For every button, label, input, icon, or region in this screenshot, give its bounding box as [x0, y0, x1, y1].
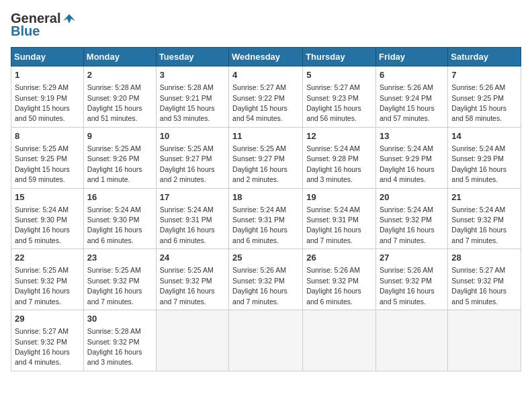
- day-info: Sunrise: 5:25 AMSunset: 9:32 PMDaylight …: [87, 266, 142, 305]
- calendar-day-cell: 25Sunrise: 5:26 AMSunset: 9:32 PMDayligh…: [229, 249, 303, 310]
- calendar-day-cell: 4Sunrise: 5:27 AMSunset: 9:22 PMDaylight…: [229, 66, 303, 128]
- day-number: 20: [380, 191, 444, 203]
- day-number: 29: [15, 313, 80, 325]
- day-info: Sunrise: 5:25 AMSunset: 9:27 PMDaylight …: [232, 144, 287, 183]
- day-info: Sunrise: 5:24 AMSunset: 9:28 PMDaylight …: [306, 144, 361, 183]
- calendar-day-cell: [229, 310, 303, 371]
- day-info: Sunrise: 5:28 AMSunset: 9:32 PMDaylight …: [87, 327, 142, 366]
- calendar-header-row: SundayMondayTuesdayWednesdayThursdayFrid…: [11, 48, 521, 66]
- day-info: Sunrise: 5:24 AMSunset: 9:29 PMDaylight …: [380, 144, 435, 183]
- day-info: Sunrise: 5:24 AMSunset: 9:29 PMDaylight …: [451, 144, 506, 183]
- day-number: 8: [15, 130, 80, 142]
- calendar-day-cell: 2Sunrise: 5:28 AMSunset: 9:20 PMDaylight…: [83, 66, 156, 128]
- calendar-day-cell: 5Sunrise: 5:27 AMSunset: 9:23 PMDaylight…: [303, 66, 376, 128]
- day-number: 4: [232, 69, 299, 81]
- day-info: Sunrise: 5:25 AMSunset: 9:26 PMDaylight …: [87, 144, 142, 183]
- calendar-week-row: 8Sunrise: 5:25 AMSunset: 9:25 PMDaylight…: [11, 127, 521, 188]
- calendar-day-cell: 7Sunrise: 5:26 AMSunset: 9:25 PMDaylight…: [448, 66, 521, 128]
- day-number: 1: [15, 69, 80, 81]
- calendar-day-cell: 10Sunrise: 5:25 AMSunset: 9:27 PMDayligh…: [156, 127, 228, 188]
- calendar-day-cell: 16Sunrise: 5:24 AMSunset: 9:30 PMDayligh…: [83, 188, 156, 249]
- calendar-day-cell: 26Sunrise: 5:26 AMSunset: 9:32 PMDayligh…: [303, 249, 376, 310]
- day-number: 18: [232, 191, 299, 203]
- day-info: Sunrise: 5:24 AMSunset: 9:32 PMDaylight …: [380, 205, 435, 244]
- day-number: 24: [160, 252, 225, 264]
- weekday-header: Friday: [376, 48, 448, 66]
- weekday-header: Wednesday: [229, 48, 303, 66]
- day-number: 6: [380, 69, 444, 81]
- day-info: Sunrise: 5:26 AMSunset: 9:24 PMDaylight …: [380, 83, 435, 122]
- calendar-day-cell: 14Sunrise: 5:24 AMSunset: 9:29 PMDayligh…: [448, 127, 521, 188]
- day-number: 26: [306, 252, 372, 264]
- calendar-day-cell: 27Sunrise: 5:26 AMSunset: 9:32 PMDayligh…: [376, 249, 448, 310]
- weekday-header: Monday: [83, 48, 156, 66]
- day-info: Sunrise: 5:27 AMSunset: 9:23 PMDaylight …: [306, 83, 361, 122]
- day-info: Sunrise: 5:24 AMSunset: 9:30 PMDaylight …: [15, 205, 70, 244]
- day-number: 13: [380, 130, 444, 142]
- day-number: 23: [87, 252, 152, 264]
- day-info: Sunrise: 5:26 AMSunset: 9:25 PMDaylight …: [451, 83, 506, 122]
- day-number: 9: [87, 130, 152, 142]
- calendar-day-cell: 1Sunrise: 5:29 AMSunset: 9:19 PMDaylight…: [11, 66, 84, 128]
- calendar-week-row: 15Sunrise: 5:24 AMSunset: 9:30 PMDayligh…: [11, 188, 521, 249]
- calendar-day-cell: [448, 310, 521, 371]
- day-number: 16: [87, 191, 152, 203]
- day-info: Sunrise: 5:27 AMSunset: 9:22 PMDaylight …: [232, 83, 287, 122]
- day-info: Sunrise: 5:25 AMSunset: 9:32 PMDaylight …: [160, 266, 215, 305]
- calendar-day-cell: 18Sunrise: 5:24 AMSunset: 9:31 PMDayligh…: [229, 188, 303, 249]
- day-number: 10: [160, 130, 225, 142]
- day-number: 22: [15, 252, 80, 264]
- day-number: 17: [160, 191, 225, 203]
- day-number: 27: [380, 252, 444, 264]
- calendar-day-cell: 20Sunrise: 5:24 AMSunset: 9:32 PMDayligh…: [376, 188, 448, 249]
- calendar-day-cell: 11Sunrise: 5:25 AMSunset: 9:27 PMDayligh…: [229, 127, 303, 188]
- calendar-table: SundayMondayTuesdayWednesdayThursdayFrid…: [11, 47, 521, 371]
- calendar-week-row: 22Sunrise: 5:25 AMSunset: 9:32 PMDayligh…: [11, 249, 521, 310]
- calendar-week-row: 29Sunrise: 5:27 AMSunset: 9:32 PMDayligh…: [11, 310, 521, 371]
- calendar-day-cell: [303, 310, 376, 371]
- weekday-header: Thursday: [303, 48, 376, 66]
- day-info: Sunrise: 5:25 AMSunset: 9:32 PMDaylight …: [15, 266, 70, 305]
- logo-bird-icon: [62, 11, 77, 26]
- calendar-day-cell: 29Sunrise: 5:27 AMSunset: 9:32 PMDayligh…: [11, 310, 84, 371]
- day-number: 15: [15, 191, 80, 203]
- day-number: 19: [306, 191, 372, 203]
- day-info: Sunrise: 5:27 AMSunset: 9:32 PMDaylight …: [15, 327, 70, 366]
- day-info: Sunrise: 5:24 AMSunset: 9:31 PMDaylight …: [306, 205, 361, 244]
- day-number: 30: [87, 313, 152, 325]
- day-info: Sunrise: 5:26 AMSunset: 9:32 PMDaylight …: [232, 266, 287, 305]
- day-info: Sunrise: 5:29 AMSunset: 9:19 PMDaylight …: [15, 83, 70, 122]
- day-info: Sunrise: 5:24 AMSunset: 9:31 PMDaylight …: [160, 205, 215, 244]
- day-info: Sunrise: 5:28 AMSunset: 9:20 PMDaylight …: [87, 83, 142, 122]
- calendar-day-cell: 23Sunrise: 5:25 AMSunset: 9:32 PMDayligh…: [83, 249, 156, 310]
- calendar-day-cell: 24Sunrise: 5:25 AMSunset: 9:32 PMDayligh…: [156, 249, 228, 310]
- weekday-header: Tuesday: [156, 48, 228, 66]
- day-number: 25: [232, 252, 299, 264]
- day-number: 21: [451, 191, 517, 203]
- calendar-day-cell: [156, 310, 228, 371]
- day-number: 5: [306, 69, 372, 81]
- day-info: Sunrise: 5:26 AMSunset: 9:32 PMDaylight …: [380, 266, 435, 305]
- calendar-day-cell: 9Sunrise: 5:25 AMSunset: 9:26 PMDaylight…: [83, 127, 156, 188]
- day-info: Sunrise: 5:24 AMSunset: 9:31 PMDaylight …: [232, 205, 287, 244]
- day-number: 28: [451, 252, 517, 264]
- page-header: General Blue: [11, 11, 521, 39]
- day-info: Sunrise: 5:24 AMSunset: 9:32 PMDaylight …: [451, 205, 506, 244]
- day-info: Sunrise: 5:25 AMSunset: 9:27 PMDaylight …: [160, 144, 215, 183]
- calendar-day-cell: 6Sunrise: 5:26 AMSunset: 9:24 PMDaylight…: [376, 66, 448, 128]
- calendar-day-cell: 28Sunrise: 5:27 AMSunset: 9:32 PMDayligh…: [448, 249, 521, 310]
- calendar-week-row: 1Sunrise: 5:29 AMSunset: 9:19 PMDaylight…: [11, 66, 521, 128]
- day-number: 12: [306, 130, 372, 142]
- weekday-header: Saturday: [448, 48, 521, 66]
- day-info: Sunrise: 5:25 AMSunset: 9:25 PMDaylight …: [15, 144, 70, 183]
- calendar-day-cell: 22Sunrise: 5:25 AMSunset: 9:32 PMDayligh…: [11, 249, 84, 310]
- day-info: Sunrise: 5:24 AMSunset: 9:30 PMDaylight …: [87, 205, 142, 244]
- calendar-day-cell: 12Sunrise: 5:24 AMSunset: 9:28 PMDayligh…: [303, 127, 376, 188]
- day-number: 11: [232, 130, 299, 142]
- day-number: 3: [160, 69, 225, 81]
- calendar-day-cell: 19Sunrise: 5:24 AMSunset: 9:31 PMDayligh…: [303, 188, 376, 249]
- svg-marker-0: [63, 14, 75, 24]
- calendar-day-cell: 3Sunrise: 5:28 AMSunset: 9:21 PMDaylight…: [156, 66, 228, 128]
- calendar-day-cell: 15Sunrise: 5:24 AMSunset: 9:30 PMDayligh…: [11, 188, 84, 249]
- calendar-day-cell: 17Sunrise: 5:24 AMSunset: 9:31 PMDayligh…: [156, 188, 228, 249]
